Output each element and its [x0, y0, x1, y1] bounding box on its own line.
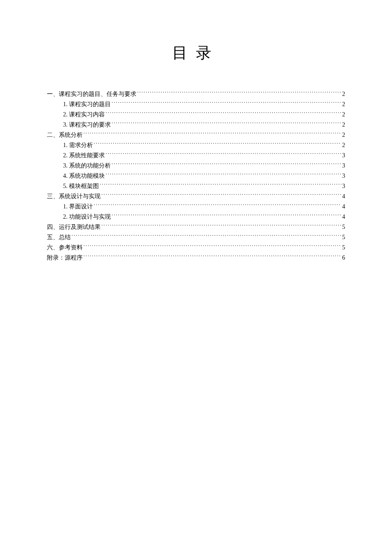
toc-label: 六、参考资料 [47, 243, 83, 253]
toc-page: 4 [342, 191, 345, 202]
toc-dots [101, 223, 341, 229]
toc-label: 二、系统分析 [47, 130, 83, 140]
toc-page: 2 [342, 140, 345, 150]
toc-page: 2 [342, 120, 345, 130]
toc-entry: 五、总结 5 [47, 232, 345, 243]
toc-dots [137, 90, 341, 96]
page-title: 目录 [47, 43, 345, 64]
toc-dots [84, 254, 341, 260]
toc-entry: 3. 课程实习的要求 2 [47, 120, 345, 130]
toc-label: 1. 界面设计 [63, 202, 93, 212]
toc-page: 2 [342, 110, 345, 120]
toc-label: 三、系统设计与实现 [47, 191, 101, 202]
toc-label: 2. 系统性能要求 [63, 150, 105, 161]
toc-entry: 四、运行及测试结果 5 [47, 222, 345, 232]
toc-entry: 1. 界面设计 4 [47, 202, 345, 212]
toc-label: 2. 功能设计与实现 [63, 212, 111, 222]
table-of-contents: 一、课程实习的题目、任务与要求 2 1. 课程实习的题目 2 2. 课程实习内容… [47, 89, 345, 263]
toc-entry: 5. 模块框架图 3 [47, 181, 345, 191]
toc-label: 附录：源程序 [47, 253, 83, 263]
toc-entry: 三、系统设计与实现 4 [47, 191, 345, 202]
toc-page: 5 [342, 232, 345, 243]
toc-dots [106, 110, 341, 116]
toc-entry: 二、系统分析 2 [47, 130, 345, 140]
toc-page: 2 [342, 99, 345, 110]
toc-entry: 一、课程实习的题目、任务与要求 2 [47, 89, 345, 99]
toc-entry: 4. 系统功能模块 3 [47, 171, 345, 181]
toc-label: 四、运行及测试结果 [47, 222, 101, 232]
toc-entry: 1. 课程实习的题目 2 [47, 99, 345, 110]
toc-page: 3 [342, 171, 345, 181]
toc-dots [101, 192, 341, 198]
toc-entry: 六、参考资料 5 [47, 243, 345, 253]
toc-page: 6 [342, 253, 345, 263]
toc-entry: 2. 功能设计与实现 4 [47, 212, 345, 222]
toc-dots [112, 213, 341, 219]
toc-entry: 3. 系统的功能分析 3 [47, 161, 345, 171]
toc-page: 2 [342, 130, 345, 140]
toc-dots [112, 100, 341, 106]
toc-dots [94, 202, 341, 208]
toc-entry: 2. 课程实习内容 2 [47, 110, 345, 120]
toc-label: 5. 模块框架图 [63, 181, 99, 191]
toc-dots [100, 182, 341, 188]
toc-dots [94, 141, 341, 147]
toc-page: 3 [342, 181, 345, 191]
toc-dots [112, 162, 341, 168]
toc-page: 3 [342, 161, 345, 171]
toc-dots [72, 233, 341, 239]
toc-label: 1. 课程实习的题目 [63, 99, 111, 110]
toc-dots [106, 151, 341, 157]
toc-dots [112, 121, 341, 127]
toc-page: 5 [342, 222, 345, 232]
toc-entry: 2. 系统性能要求 3 [47, 150, 345, 161]
toc-dots [84, 131, 341, 137]
toc-label: 1. 需求分析 [63, 140, 93, 150]
toc-label: 4. 系统功能模块 [63, 171, 105, 181]
toc-page: 4 [342, 202, 345, 212]
toc-dots [106, 172, 341, 178]
toc-page: 4 [342, 212, 345, 222]
toc-page: 3 [342, 150, 345, 161]
toc-label: 3. 系统的功能分析 [63, 161, 111, 171]
toc-page: 2 [342, 89, 345, 99]
toc-dots [84, 243, 341, 249]
toc-label: 3. 课程实习的要求 [63, 120, 111, 130]
toc-entry: 1. 需求分析 2 [47, 140, 345, 150]
toc-entry: 附录：源程序 6 [47, 253, 345, 263]
toc-label: 五、总结 [47, 232, 71, 243]
toc-label: 2. 课程实习内容 [63, 110, 105, 120]
toc-page: 5 [342, 243, 345, 253]
toc-label: 一、课程实习的题目、任务与要求 [47, 89, 136, 99]
